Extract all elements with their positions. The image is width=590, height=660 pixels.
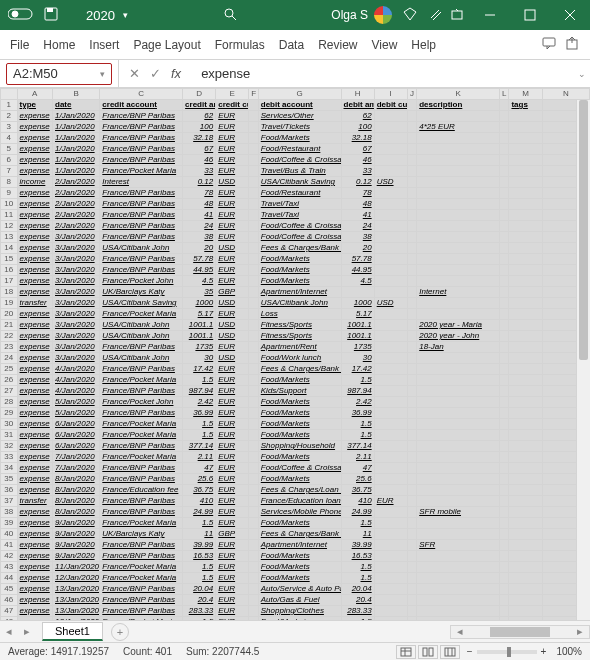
cell[interactable]	[374, 353, 407, 364]
cell[interactable]: Food/Restaurant	[258, 144, 341, 155]
cell[interactable]	[500, 485, 509, 496]
row-header-2[interactable]: 2	[1, 111, 18, 122]
cell[interactable]: expense	[17, 595, 52, 606]
cell[interactable]	[249, 265, 258, 276]
cell[interactable]	[509, 177, 542, 188]
cell[interactable]	[509, 485, 542, 496]
row-header-10[interactable]: 10	[1, 199, 18, 210]
cell[interactable]: Food/Work lunch	[258, 353, 341, 364]
cell[interactable]	[249, 496, 258, 507]
cell[interactable]: 5.17	[341, 309, 374, 320]
ribbon-options-icon[interactable]	[450, 7, 464, 24]
cell[interactable]: 1000	[341, 298, 374, 309]
cell[interactable]	[407, 606, 416, 617]
cell[interactable]	[407, 463, 416, 474]
row-header-14[interactable]: 14	[1, 243, 18, 254]
cell[interactable]: EUR	[216, 584, 249, 595]
cell[interactable]: EUR	[216, 386, 249, 397]
cell[interactable]: Kids/Support	[258, 386, 341, 397]
cell[interactable]: 6/Jan/2020	[53, 419, 100, 430]
cell[interactable]: USA/Citibank John	[258, 298, 341, 309]
cell[interactable]: EUR	[216, 408, 249, 419]
cell[interactable]: France/BNP Paribas	[100, 595, 183, 606]
row-header-23[interactable]: 23	[1, 342, 18, 353]
cell[interactable]	[417, 298, 500, 309]
cell[interactable]: Food/Markets	[258, 551, 341, 562]
cell[interactable]: 3/Jan/2020	[53, 342, 100, 353]
cell[interactable]: France/BNP Paribas	[100, 342, 183, 353]
cell[interactable]	[407, 529, 416, 540]
cell[interactable]	[417, 573, 500, 584]
cell[interactable]	[249, 287, 258, 298]
cell[interactable]: France/BNP Paribas	[100, 188, 183, 199]
cell[interactable]	[500, 518, 509, 529]
cell[interactable]: 4.5	[341, 276, 374, 287]
col-header-B[interactable]: B	[53, 89, 100, 100]
row-header-41[interactable]: 41	[1, 540, 18, 551]
cell[interactable]	[407, 430, 416, 441]
cell[interactable]: 1.5	[183, 518, 216, 529]
tab-insert[interactable]: Insert	[89, 38, 119, 52]
cell[interactable]: Shopping/Household	[258, 441, 341, 452]
cell[interactable]: 24	[341, 221, 374, 232]
cell[interactable]	[374, 331, 407, 342]
cell[interactable]	[500, 232, 509, 243]
cell[interactable]	[374, 463, 407, 474]
cell[interactable]: 30	[341, 353, 374, 364]
doc-dropdown-icon[interactable]: ▾	[123, 10, 128, 20]
cell[interactable]: 410	[341, 496, 374, 507]
cell[interactable]	[417, 188, 500, 199]
cell[interactable]: USD	[374, 298, 407, 309]
cell[interactable]: 13/Jan/2020	[53, 606, 100, 617]
cell[interactable]: 20.4	[183, 595, 216, 606]
cell[interactable]: France/BNP Paribas	[100, 386, 183, 397]
cell[interactable]	[249, 573, 258, 584]
select-all-cell[interactable]	[1, 89, 18, 100]
vertical-scrollbar[interactable]	[576, 100, 590, 620]
cell[interactable]	[500, 452, 509, 463]
cell[interactable]: Food/Coffee & Croissant	[258, 463, 341, 474]
row-header-42[interactable]: 42	[1, 551, 18, 562]
cell[interactable]: 1735	[341, 342, 374, 353]
cell[interactable]: France/BNP Paribas	[100, 507, 183, 518]
cell[interactable]	[249, 221, 258, 232]
cell[interactable]: GBP	[216, 529, 249, 540]
cell[interactable]: 25.6	[183, 474, 216, 485]
tab-data[interactable]: Data	[279, 38, 304, 52]
hscroll-right-icon[interactable]: ▸	[571, 625, 589, 638]
cell[interactable]	[509, 518, 542, 529]
cell[interactable]: 4/Jan/2020	[53, 364, 100, 375]
hscroll-left-icon[interactable]: ◂	[451, 625, 469, 638]
cell[interactable]: 2.42	[183, 397, 216, 408]
close-button[interactable]	[550, 0, 590, 30]
col-header-F[interactable]: F	[249, 89, 258, 100]
cell[interactable]: 5.17	[183, 309, 216, 320]
cell[interactable]: USD	[216, 298, 249, 309]
cell[interactable]: Food/Markets	[258, 518, 341, 529]
cell[interactable]	[374, 166, 407, 177]
cell[interactable]	[407, 584, 416, 595]
cell[interactable]: 1001.1	[183, 320, 216, 331]
cell[interactable]	[407, 485, 416, 496]
cell[interactable]	[374, 111, 407, 122]
row-header-19[interactable]: 19	[1, 298, 18, 309]
cell[interactable]	[509, 397, 542, 408]
cell[interactable]	[417, 562, 500, 573]
cell[interactable]: 57.78	[183, 254, 216, 265]
cell[interactable]	[500, 166, 509, 177]
cell[interactable]: EUR	[216, 254, 249, 265]
cell[interactable]: expense	[17, 309, 52, 320]
cell[interactable]: 6/Jan/2020	[53, 441, 100, 452]
cell[interactable]	[374, 397, 407, 408]
cell[interactable]	[509, 298, 542, 309]
cell[interactable]: France/Pocket Maria	[100, 617, 183, 621]
cell[interactable]: 283.33	[183, 606, 216, 617]
header-cell[interactable]: description	[417, 100, 500, 111]
cell[interactable]	[417, 232, 500, 243]
user-name[interactable]: Olga S	[331, 8, 368, 22]
cell[interactable]: Food/Coffee & Croissant	[258, 232, 341, 243]
cell[interactable]	[500, 408, 509, 419]
cell[interactable]	[509, 430, 542, 441]
cell[interactable]: 2.42	[341, 397, 374, 408]
cell[interactable]	[374, 320, 407, 331]
